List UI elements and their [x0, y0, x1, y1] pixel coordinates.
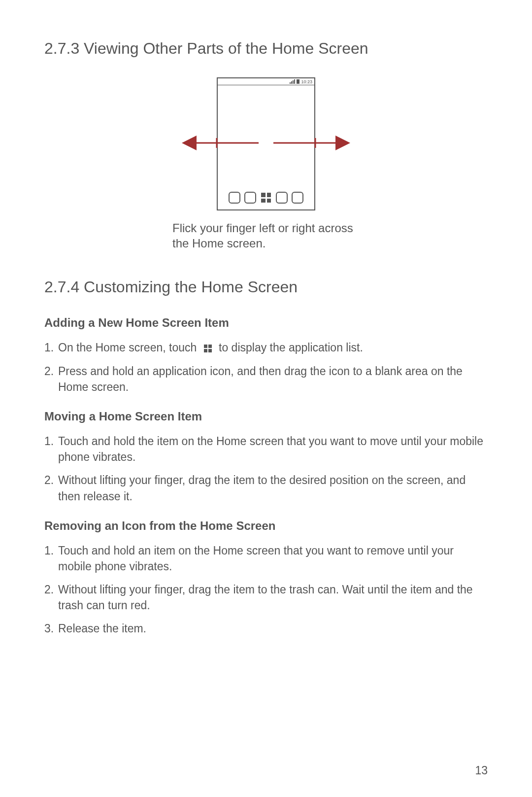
step-text: Without lifting your finger, drag the it…: [58, 474, 466, 502]
section-heading-customizing: 2.7.4 Customizing the Home Screen: [44, 278, 488, 296]
list-item: On the Home screen, touch to display the…: [44, 340, 488, 355]
step-text-post: to display the application list.: [219, 341, 363, 354]
signal-icon: [290, 79, 295, 84]
step-text: Without lifting your finger, drag the it…: [58, 583, 473, 612]
page-number: 13: [475, 764, 488, 777]
status-time: 10:23: [301, 79, 312, 84]
diagram-caption: Flick your finger left or right across t…: [172, 220, 360, 251]
list-item: Touch and hold an item on the Home scree…: [44, 543, 488, 574]
list-item: Touch and hold the item on the Home scre…: [44, 433, 488, 465]
step-text-pre: On the Home screen, touch: [58, 341, 197, 354]
subsection-removing: Removing an Icon from the Home Screen: [44, 519, 488, 533]
step-text: Press and hold an application icon, and …: [58, 365, 463, 393]
step-text: Release the item.: [58, 622, 146, 635]
subsection-adding: Adding a New Home Screen Item: [44, 316, 488, 330]
dock-icon: [292, 192, 303, 204]
apps-grid-icon: [204, 345, 212, 352]
battery-icon: [297, 79, 299, 84]
phone-dock: [218, 192, 314, 204]
list-item: Without lifting your finger, drag the it…: [44, 472, 488, 504]
list-item: Press and hold an application icon, and …: [44, 363, 488, 395]
steps-adding: On the Home screen, touch to display the…: [44, 340, 488, 395]
subsection-moving: Moving a Home Screen Item: [44, 410, 488, 423]
list-item: Without lifting your finger, drag the it…: [44, 582, 488, 613]
step-text: Touch and hold the item on the Home scre…: [58, 435, 483, 463]
list-item: Release the item.: [44, 621, 488, 636]
phone-diagram-container: 10:23: [44, 77, 488, 251]
steps-moving: Touch and hold the item on the Home scre…: [44, 433, 488, 504]
phone-status-bar: 10:23: [218, 78, 314, 85]
dock-icon: [244, 192, 256, 204]
steps-removing: Touch and hold an item on the Home scree…: [44, 543, 488, 637]
dock-icon: [229, 192, 240, 204]
swipe-arrow-icon: [177, 136, 355, 150]
section-heading-viewing: 2.7.3 Viewing Other Parts of the Home Sc…: [44, 39, 488, 58]
step-text: Touch and hold an item on the Home scree…: [58, 544, 454, 573]
apps-grid-icon: [260, 192, 272, 204]
phone-wrapper: 10:23: [217, 77, 315, 210]
dock-icon: [276, 192, 288, 204]
